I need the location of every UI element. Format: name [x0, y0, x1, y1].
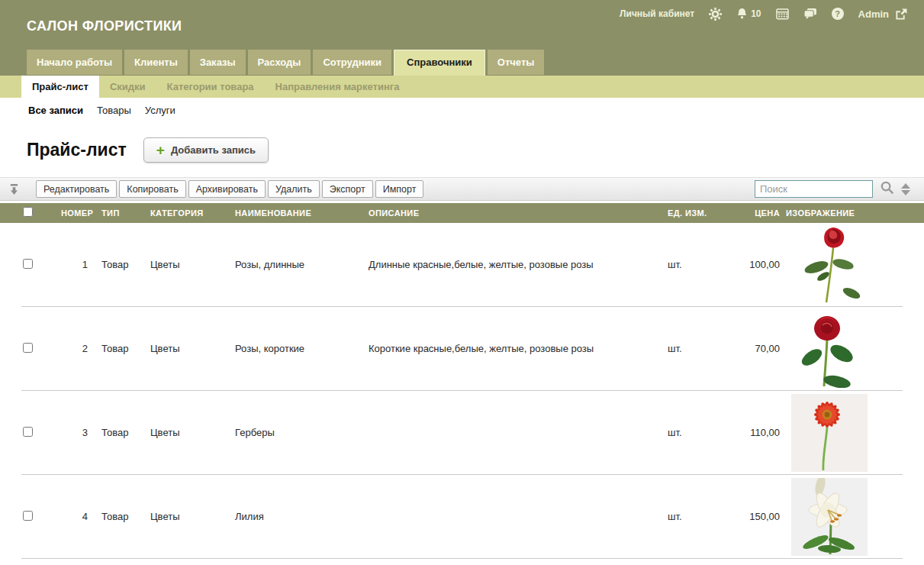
cell-description: Короткие красные,белые, желтые, розовые …: [369, 343, 668, 354]
cell-number: 1: [61, 259, 101, 270]
cell-unit: шт.: [668, 343, 744, 354]
main-tab[interactable]: Заказы: [190, 50, 246, 75]
col-category[interactable]: КАТЕГОРИЯ: [150, 208, 235, 218]
logout-icon: [894, 8, 907, 20]
cell-description: Длинные красные,белые, желтые, розовые р…: [369, 259, 668, 270]
add-record-label: Добавить запись: [171, 144, 256, 156]
cell-category: Цветы: [150, 427, 235, 438]
cell-unit: шт.: [668, 511, 744, 522]
admin-user-label: Admin: [858, 8, 889, 20]
product-image[interactable]: [786, 478, 903, 556]
cell-category: Цветы: [150, 259, 235, 270]
row-checkbox-cell: [21, 342, 61, 356]
sub-tab[interactable]: Категории товара: [156, 76, 265, 98]
cell-name: Герберы: [235, 427, 369, 438]
cell-price: 110,00: [744, 427, 786, 438]
cell-type: Товар: [101, 343, 150, 354]
main-tab[interactable]: Справочники: [394, 50, 485, 76]
messages-icon[interactable]: [803, 8, 817, 20]
main-tab[interactable]: Клиенты: [124, 50, 188, 75]
sub-tab[interactable]: Направления маркетинга: [265, 76, 410, 98]
toolbar-button[interactable]: Архивировать: [188, 180, 266, 198]
col-number[interactable]: НОМЕР: [61, 208, 101, 218]
col-price[interactable]: ЦЕНА: [744, 208, 786, 218]
main-tab[interactable]: Начало работы: [27, 50, 122, 75]
add-record-button[interactable]: + Добавить запись: [143, 137, 269, 163]
cell-number: 3: [61, 427, 101, 438]
table-toolbar: РедактироватьКопироватьАрхивироватьУдали…: [0, 177, 924, 201]
top-header: Личный кабинет 10 ?: [0, 0, 924, 76]
toolbar-button[interactable]: Редактировать: [36, 180, 117, 198]
plus-icon: +: [156, 143, 165, 157]
product-image[interactable]: [786, 226, 903, 304]
toolbar-button[interactable]: Удалить: [268, 180, 320, 198]
search-icon[interactable]: [880, 180, 894, 198]
select-all-checkbox[interactable]: [23, 207, 33, 217]
record-filter-links: Все записиТоварыУслуги: [0, 98, 924, 121]
table-row[interactable]: 1 Товар Цветы Розы, длинные Длинные крас…: [21, 223, 903, 307]
cell-unit: шт.: [668, 259, 744, 270]
sort-arrows-icon[interactable]: [901, 183, 910, 195]
cell-unit: шт.: [668, 427, 744, 438]
filter-link[interactable]: Товары: [95, 105, 133, 121]
page-head: Прайс-лист + Добавить запись: [0, 121, 924, 168]
filter-link[interactable]: Услуги: [143, 105, 177, 121]
sub-tabs: Прайс-листСкидкиКатегории товараНаправле…: [0, 76, 924, 98]
sub-tab[interactable]: Скидки: [99, 76, 156, 98]
product-image[interactable]: [786, 394, 903, 472]
collapse-arrow-icon[interactable]: [9, 183, 19, 195]
cell-number: 2: [61, 343, 101, 354]
filter-link[interactable]: Все записи: [27, 105, 85, 121]
sub-tab[interactable]: Прайс-лист: [21, 76, 99, 98]
toolbar-search-area: [755, 180, 910, 198]
table-row[interactable]: 2 Товар Цветы Розы, короткие Короткие кр…: [21, 307, 903, 391]
cell-name: Розы, короткие: [235, 343, 369, 354]
page-title: Прайс-лист: [27, 140, 127, 160]
main-tabs: Начало работыКлиентыЗаказыРасходыСотрудн…: [27, 50, 546, 76]
settings-gear-icon[interactable]: [709, 8, 722, 21]
main-tab[interactable]: Расходы: [248, 50, 311, 75]
col-description[interactable]: ОПИСАНИЕ: [369, 208, 668, 218]
table-row[interactable]: 3 Товар Цветы Герберы шт. 110,00: [21, 391, 903, 475]
row-checkbox[interactable]: [23, 343, 33, 353]
select-all-cell: [21, 206, 61, 220]
cell-name: Лилия: [235, 511, 369, 522]
toolbar-button[interactable]: Экспорт: [322, 180, 373, 198]
row-checkbox[interactable]: [23, 427, 33, 437]
main-tab[interactable]: Отчеты: [488, 50, 545, 75]
cell-category: Цветы: [150, 343, 235, 354]
notifications-bell[interactable]: 10: [736, 8, 761, 20]
table-body: 1 Товар Цветы Розы, длинные Длинные крас…: [0, 223, 924, 559]
col-name[interactable]: НАИМЕНОВАНИЕ: [235, 208, 369, 218]
main-tab[interactable]: Сотрудники: [313, 50, 391, 75]
row-checkbox-cell: [21, 510, 61, 524]
cell-price: 150,00: [744, 511, 786, 522]
table-row[interactable]: 4 Товар Цветы Лилия шт. 150,00: [21, 475, 903, 559]
personal-cabinet-link[interactable]: Личный кабинет: [620, 8, 694, 19]
notifications-count: 10: [751, 8, 761, 19]
admin-user-menu[interactable]: Admin: [858, 8, 907, 20]
col-type[interactable]: ТИП: [101, 208, 150, 218]
row-checkbox-cell: [21, 426, 61, 440]
cell-type: Товар: [101, 259, 150, 270]
utility-bar: Личный кабинет 10 ?: [620, 6, 907, 21]
row-checkbox[interactable]: [23, 511, 33, 521]
cell-category: Цветы: [150, 511, 235, 522]
col-image[interactable]: ИЗОБРАЖЕНИЕ: [786, 208, 903, 218]
toolbar-button[interactable]: Импорт: [375, 180, 424, 198]
cell-type: Товар: [101, 427, 150, 438]
row-checkbox[interactable]: [23, 259, 33, 269]
calendar-icon[interactable]: [776, 8, 789, 20]
app-title: САЛОН ФЛОРИСТИКИ: [27, 18, 182, 34]
cell-type: Товар: [101, 511, 150, 522]
cell-name: Розы, длинные: [235, 259, 369, 270]
help-icon[interactable]: ?: [832, 8, 844, 20]
search-input[interactable]: [755, 180, 873, 198]
col-unit[interactable]: ЕД. ИЗМ.: [668, 208, 744, 218]
product-image[interactable]: [786, 310, 903, 388]
toolbar-buttons: РедактироватьКопироватьАрхивироватьУдали…: [36, 180, 423, 198]
bell-icon: [736, 8, 748, 20]
toolbar-button[interactable]: Копировать: [119, 180, 185, 198]
cell-price: 70,00: [744, 343, 786, 354]
table-header-row: НОМЕР ТИП КАТЕГОРИЯ НАИМЕНОВАНИЕ ОПИСАНИ…: [0, 203, 924, 223]
